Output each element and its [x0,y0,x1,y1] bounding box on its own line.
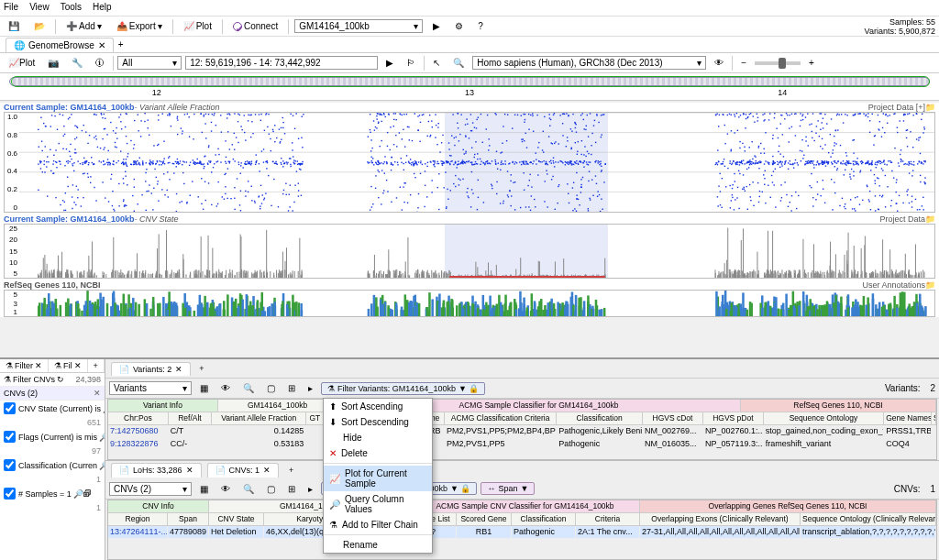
eye-icon[interactable]: 👁 [216,380,235,396]
col-header[interactable]: Gene Names [884,412,932,425]
close-icon[interactable]: ✕ [98,40,105,50]
track-right-label[interactable]: Project Data [+] [868,103,925,112]
cnv-plot[interactable]: 25 20 15 10 5 [4,224,935,279]
add-tab[interactable]: + [88,359,105,372]
col-header[interactable]: Classification [512,513,576,526]
ctx-hide[interactable]: Hide [324,430,432,445]
col-group[interactable]: CNV Info [108,500,209,513]
ctx-query-column-values[interactable]: 🔎 Query Column Values [324,491,432,517]
search-icon[interactable]: 🔍 [238,481,259,497]
menu-help[interactable]: Help [93,2,112,14]
col-group[interactable]: RefSeq Genes 110, NCBI [741,400,936,412]
tab-cnvs[interactable]: 📄 CNVs: 1 ✕ [207,463,280,478]
scope-combo[interactable]: All▾ [117,56,182,70]
search-icon[interactable]: 🔎 [73,489,83,499]
col-group[interactable]: GM14164_100kb [218,400,337,412]
vaf-plot[interactable]: 1.0 0.8 0.6 0.4 0.2 0 [4,112,935,213]
col-header[interactable]: Ref/Alt [169,412,212,425]
variants-grid[interactable]: Variant Info GM14164_100kb ACMG Sample C… [107,399,937,460]
open-button[interactable]: 📂 [29,18,50,34]
settings-button[interactable]: ⚙ [450,18,468,34]
search-icon[interactable]: 🔎 [99,461,105,470]
filter-chip[interactable]: ⚗ Filter Variants: GM14164_100kb ▼ 🔒 [321,382,485,395]
filter-node[interactable]: Flags (Current) is mis🔎🗊 [0,429,105,445]
col-group[interactable]: Overlapping Genes RefSeq Genes 110, NCBI [640,500,936,513]
track-right-label[interactable]: Project Data [879,214,925,224]
nav-icon[interactable]: 🛈 [91,55,109,71]
col-header[interactable]: Variant Allele Fraction [212,412,306,425]
search-icon[interactable]: 🔍 [448,55,469,71]
ctx-plot-current-sample[interactable]: 📈 Plot for Current Sample [324,466,432,491]
close-icon[interactable]: ✕ [74,361,82,370]
filter-tab[interactable]: ⚗ Fil ✕ [49,359,88,372]
plot-button[interactable]: 📈 Plot [179,18,216,34]
col-header[interactable]: HGVS cDot [643,412,703,425]
gene-plot[interactable]: 5 3 1 [4,290,935,317]
col-header[interactable]: Chr:Pos [108,412,169,425]
table-row[interactable]: 13:47264111-... 47789089 Het Deletion 46… [108,526,936,539]
col-header[interactable]: Sequence Ontology (Clinically Relevant) [801,513,936,526]
grid-icon[interactable]: ▦ [195,481,213,497]
filter-checkbox[interactable] [4,459,16,471]
nav-icon[interactable]: 📷 [43,55,63,71]
table-row[interactable]: 9:128322876CC/-0.53183COQ4PM2,PVS1,PP5Pa… [108,438,936,451]
view-icon[interactable]: ▢ [262,481,280,497]
nav-icon[interactable]: ▸ [304,481,317,497]
help-button[interactable]: ? [473,18,488,34]
variants-combo[interactable]: Variants▾ [109,381,192,395]
ctx-rename[interactable]: Rename [324,537,432,553]
nav-icon[interactable]: 🔧 [67,55,87,71]
eye-icon[interactable]: 👁 [216,481,235,497]
col-group[interactable]: ACMG Sample CNV Classifier for GM14164_1… [411,500,640,513]
close-icon[interactable]: ✕ [94,389,101,398]
filter-node[interactable]: Classification (Curren🔎🗊 [0,457,105,473]
add-tab-button[interactable]: + [194,361,208,376]
col-header[interactable]: ACMG Classification Criteria [445,412,557,425]
filter-node[interactable]: # Samples = 1🔎🗊 [0,486,105,501]
search-icon[interactable]: 🔎 [99,433,105,442]
view-icon[interactable]: ▢ [262,380,280,396]
refresh-icon[interactable]: ↻ [57,375,64,384]
track-right-label[interactable]: User Annotations [862,280,925,290]
table-row[interactable]: 7:142750680C/T0.14285PRSS1,TRBPM2,PVS1,P… [108,425,936,438]
menu-file[interactable]: File [4,2,18,14]
ideogram[interactable]: 12 13 14 [0,73,939,101]
note-icon[interactable]: 🗊 [83,489,92,499]
zoom-in-button[interactable]: + [804,55,819,71]
ctx-delete[interactable]: ✕ Delete [324,445,432,461]
grid-icon[interactable]: ▦ [195,380,213,396]
region-input[interactable]: 12: 59,619,196 - 14: 73,442,992 [185,56,378,70]
col-header[interactable]: Region [108,513,168,526]
filter-tab[interactable]: ⚗ Filter ✕ [0,359,49,372]
tab-genomebrowse[interactable]: 🌐 GenomeBrowse ✕ [6,38,114,52]
col-header[interactable]: Sequen... [932,412,936,425]
filter-node[interactable]: CNV State (Current) is🔎🗊 [0,401,105,416]
col-header[interactable]: Classification [557,412,643,425]
go-button[interactable]: ▶ [381,55,398,71]
project-combo[interactable]: GM14164_100kb▾ [294,19,423,33]
zoom-out-button[interactable]: − [736,55,751,71]
close-icon[interactable]: ✕ [175,365,182,374]
export-button[interactable]: 📤 Export ▾ [112,18,167,34]
ctx-sort-descending[interactable]: ⬇ Sort Descending [324,414,432,430]
search-icon[interactable]: 🔎 [103,404,105,413]
plot-action[interactable]: 📈Plot [4,55,39,71]
menu-tools[interactable]: Tools [61,2,82,14]
col-header[interactable]: CNV State [209,513,264,526]
filter-checkbox[interactable] [4,431,16,443]
span-button[interactable]: ↔ Span ▼ [481,482,535,495]
folder-icon[interactable]: 📁 [925,280,935,290]
context-menu[interactable]: ⬆ Sort Ascending ⬇ Sort Descending Hide … [323,398,433,554]
add-button[interactable]: ➕ Add ▾ [61,18,106,34]
pointer-tool[interactable]: ↖ [428,55,445,71]
col-header[interactable]: Sequence Ontology [764,412,884,425]
table-icon[interactable]: ⊞ [283,481,300,497]
save-button[interactable]: 💾 [4,18,24,34]
col-header[interactable]: Criteria [576,513,640,526]
nav-icon[interactable]: ▸ [304,380,317,396]
col-header[interactable]: Overlapping Exons (Clinically Relevant) [640,513,801,526]
close-icon[interactable]: ✕ [263,466,271,475]
cnvs-grid[interactable]: CNV Info GM14164_100kb ACMG Sample CNV C… [107,500,937,561]
col-header[interactable]: Scored Gene [457,513,512,526]
table-icon[interactable]: ⊞ [283,380,300,396]
